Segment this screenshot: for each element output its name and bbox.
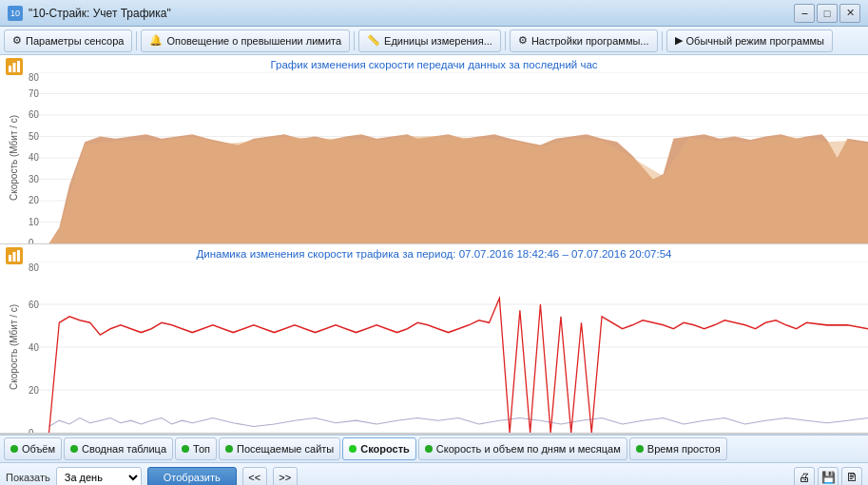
print-icon-button[interactable]: 🖹 [841,467,862,486]
right-buttons: 🖨 💾 🖹 [794,467,862,486]
close-button[interactable]: ✕ [839,4,860,23]
svg-text:0: 0 [29,426,33,433]
svg-rect-2 [17,61,20,72]
show-label: Показать [6,472,50,483]
toolbar-separator-1 [136,31,137,50]
bottom-chart-title: Динамика изменения скорости трафика за п… [0,244,868,262]
save-icon-button[interactable]: 🖨 [794,467,815,486]
tab-idle-time[interactable]: Время простоя [629,437,727,460]
tab-visited-label: Посещаемые сайты [237,443,334,455]
bottom-chart-period: 07.07.2016 18:42:46 – 07.07.2016 20:07:5… [459,248,672,260]
svg-rect-0 [9,66,11,72]
svg-rect-36 [9,255,11,262]
minimize-button[interactable]: ‒ [794,4,815,23]
svg-text:20: 20 [29,195,39,205]
tab-volume[interactable]: Объём [4,437,62,460]
svg-text:60: 60 [29,109,39,120]
svg-text:40: 40 [29,152,39,163]
tab-top[interactable]: Топ [175,437,217,460]
tabs-bar: Объём Сводная таблица Топ Посещаемые сай… [0,435,868,463]
bottom-chart-title-prefix: Динамика изменения скорости трафика за п… [196,248,455,260]
tab-speed-volume[interactable]: Скорость и объем по дням и месяцам [418,437,627,460]
tab-visited-sites[interactable]: Посещаемые сайты [219,437,340,460]
bottom-chart-svg[interactable]: 0 20 40 60 80 07.07.16 20:00:00 07.07.16… [29,262,868,433]
top-chart-y-label: Скорость (Мбит / с) [0,72,29,243]
toolbar-separator-3 [505,31,506,50]
maximize-button[interactable]: □ [817,4,838,23]
sensor-params-button[interactable]: ⚙ Параметры сенсора [4,29,132,52]
svg-text:80: 80 [29,262,39,273]
svg-text:20: 20 [29,383,39,396]
svg-text:0: 0 [29,238,34,243]
prev-button[interactable]: << [242,467,267,486]
title-bar: 10 "10-Страйк: Учет Трафика" ‒ □ ✕ [0,0,868,27]
toolbar: ⚙ Параметры сенсора 🔔 Оповещение о превы… [0,27,868,55]
toolbar-separator-2 [354,31,355,50]
top-chart-title: График изменения скорости передачи данны… [0,55,868,72]
svg-marker-22 [49,137,868,244]
top-chart-area: Скорость (Мбит / с) 0 10 20 [0,72,868,243]
toolbar-separator-4 [662,31,663,50]
tab-volume-label: Объём [22,443,55,455]
units-icon: 📏 [367,34,380,47]
top-chart-container: График изменения скорости передачи данны… [0,55,868,244]
sensor-params-icon: ⚙ [12,34,22,47]
alert-limit-button[interactable]: 🔔 Оповещение о превышении лимита [141,29,350,52]
apply-button[interactable]: Отобразить [147,467,237,486]
tab-speed-volume-label: Скорость и объем по дням и месяцам [436,443,621,455]
title-bar-controls: ‒ □ ✕ [794,4,860,23]
export-icon-button[interactable]: 💾 [818,467,839,486]
app-icon: 10 [8,6,23,21]
units-button[interactable]: 📏 Единицы измерения... [358,29,501,52]
charts-area: График изменения скорости передачи данны… [0,55,868,435]
window-title: "10-Страйк: Учет Трафика" [29,7,171,20]
program-settings-icon: ⚙ [518,34,528,47]
tab-speed-dot [349,445,357,453]
normal-mode-icon: ▶ [675,34,683,47]
svg-rect-1 [13,63,16,72]
svg-text:80: 80 [29,72,39,83]
svg-text:50: 50 [29,131,39,142]
svg-text:30: 30 [29,174,39,184]
tab-idle-dot [636,445,644,453]
tab-volume-dot [10,445,18,453]
svg-text:60: 60 [29,298,39,310]
svg-text:70: 70 [29,88,39,99]
tab-speed-label: Скорость [360,443,410,455]
sensor-params-label: Параметры сенсора [26,35,124,47]
normal-mode-button[interactable]: ▶ Обычный режим программы [666,29,833,52]
units-label: Единицы измерения... [384,35,492,47]
normal-mode-label: Обычный режим программы [686,35,824,47]
svg-text:40: 40 [29,340,39,353]
svg-rect-37 [13,252,16,262]
period-select[interactable]: За день За неделю За месяц [56,467,142,486]
tab-summary-dot [70,445,78,453]
bottom-chart-area: Скорость (Мбит / с) 0 20 40 60 80 [0,262,868,433]
tab-speed-volume-dot [425,445,433,453]
alert-icon: 🔔 [149,34,163,47]
bottom-chart-y-label: Скорость (Мбит / с) [0,262,29,433]
tab-summary-label: Сводная таблица [82,443,166,455]
next-button[interactable]: >> [273,467,298,486]
alert-label: Оповещение о превышении лимита [166,35,341,47]
svg-rect-38 [17,250,20,262]
title-bar-left: 10 "10-Страйк: Учет Трафика" [8,6,171,21]
bottom-controls: Показать За день За неделю За месяц Отоб… [0,463,868,485]
tab-top-dot [182,445,189,453]
top-chart-svg[interactable]: 0 10 20 30 40 50 60 70 80 19:58:00 19:58… [29,72,868,243]
program-settings-button[interactable]: ⚙ Настройки программы... [510,29,658,52]
tab-idle-label: Время простоя [647,443,721,455]
tab-top-label: Топ [193,443,210,455]
program-settings-label: Настройки программы... [531,35,649,47]
svg-text:10: 10 [29,217,39,227]
tab-visited-dot [225,445,233,453]
tab-speed[interactable]: Скорость [342,437,416,460]
tab-summary[interactable]: Сводная таблица [64,437,173,460]
bottom-chart-container: Динамика изменения скорости трафика за п… [0,244,868,434]
